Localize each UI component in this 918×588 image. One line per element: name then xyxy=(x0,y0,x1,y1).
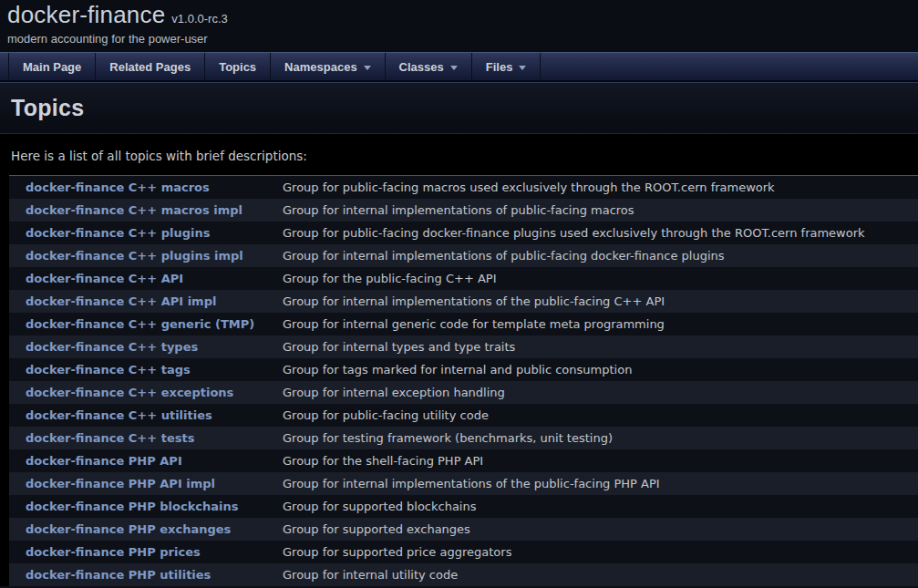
table-row: docker-finance PHP utilitiesGroup for in… xyxy=(9,563,918,586)
topic-entry: docker-finance C++ exceptions xyxy=(9,381,283,404)
topic-entry: docker-finance PHP API impl xyxy=(9,472,283,495)
topic-link[interactable]: docker-finance C++ tests xyxy=(26,431,194,445)
main-nav: Main PageRelated PagesTopicsNamespacesCl… xyxy=(0,52,918,82)
topic-description: Group for the public-facing C++ API xyxy=(283,267,918,290)
topic-description: Group for supported exchanges xyxy=(283,518,918,541)
topic-link[interactable]: docker-finance PHP exchanges xyxy=(26,522,231,536)
topic-description: Group for public-facing utility code xyxy=(283,404,918,427)
topic-description: Group for internal types and type traits xyxy=(283,335,918,358)
topic-link[interactable]: docker-finance C++ tags xyxy=(26,363,191,377)
topic-entry: docker-finance PHP blockchains xyxy=(9,495,283,518)
topic-entry: docker-finance C++ API impl xyxy=(9,290,283,313)
topic-description: Group for supported price aggregators xyxy=(283,541,918,563)
table-row: docker-finance C++ tagsGroup for tags ma… xyxy=(9,358,918,381)
topic-link[interactable]: docker-finance C++ generic (TMP) xyxy=(26,317,254,331)
table-row: docker-finance C++ pluginsGroup for publ… xyxy=(9,222,918,244)
topic-entry: docker-finance PHP exchanges xyxy=(9,518,283,541)
tab-topics[interactable]: Topics xyxy=(205,53,271,80)
topic-link[interactable]: docker-finance C++ utilities xyxy=(26,408,212,422)
table-row: docker-finance PHP exchangesGroup for su… xyxy=(9,518,918,541)
tab-label: Main Page xyxy=(23,60,81,74)
topic-entry: docker-finance PHP prices xyxy=(9,541,283,563)
topic-description: Group for the shell-facing PHP API xyxy=(283,449,918,472)
topic-description: Group for testing framework (benchmarks,… xyxy=(283,427,918,449)
project-title-row: docker-financev1.0.0-rc.3 xyxy=(7,1,918,29)
topics-table: docker-finance C++ macrosGroup for publi… xyxy=(9,175,918,586)
table-row: docker-finance C++ utilitiesGroup for pu… xyxy=(9,404,918,427)
tab-label: Topics xyxy=(219,60,256,74)
topic-entry: docker-finance C++ plugins xyxy=(9,222,283,244)
topic-entry: docker-finance PHP API xyxy=(9,449,283,472)
topic-link[interactable]: docker-finance PHP blockchains xyxy=(26,500,239,513)
table-row: docker-finance C++ plugins implGroup for… xyxy=(9,244,918,267)
table-row: docker-finance C++ macrosGroup for publi… xyxy=(9,176,918,199)
tab-main-page[interactable]: Main Page xyxy=(8,53,96,80)
topic-link[interactable]: docker-finance PHP prices xyxy=(26,545,201,559)
tab-classes[interactable]: Classes xyxy=(386,53,472,80)
topic-link[interactable]: docker-finance C++ macros xyxy=(26,181,210,194)
topic-description: Group for internal exception handling xyxy=(283,381,918,404)
table-row: docker-finance C++ APIGroup for the publ… xyxy=(9,267,918,290)
topic-entry: docker-finance C++ tags xyxy=(9,358,283,381)
topic-link[interactable]: docker-finance C++ API impl xyxy=(26,294,216,308)
project-version: v1.0.0-rc.3 xyxy=(171,12,227,26)
topic-link[interactable]: docker-finance C++ plugins xyxy=(26,226,210,240)
table-row: docker-finance C++ macros implGroup for … xyxy=(9,199,918,222)
tab-label: Classes xyxy=(399,60,444,74)
tab-files[interactable]: Files xyxy=(472,53,542,80)
topic-description: Group for internal utility code xyxy=(283,563,918,586)
topic-description: Group for internal implementations of pu… xyxy=(283,199,918,222)
table-row: docker-finance PHP APIGroup for the shel… xyxy=(9,449,918,472)
topic-link[interactable]: docker-finance C++ macros impl xyxy=(26,203,242,217)
tab-namespaces[interactable]: Namespaces xyxy=(271,53,386,80)
topic-entry: docker-finance C++ utilities xyxy=(9,404,283,427)
table-row: docker-finance PHP API implGroup for int… xyxy=(9,472,918,495)
topic-description: Group for tags marked for internal and p… xyxy=(283,358,918,381)
topic-entry: docker-finance C++ macros xyxy=(9,176,283,199)
topic-description: Group for supported blockchains xyxy=(283,495,918,518)
table-row: docker-finance PHP blockchainsGroup for … xyxy=(9,495,918,518)
project-name: docker-finance xyxy=(7,1,165,28)
chevron-down-icon xyxy=(450,66,458,70)
table-row: docker-finance PHP pricesGroup for suppo… xyxy=(9,541,918,563)
page-header: Topics xyxy=(0,82,918,134)
table-row: docker-finance C++ generic (TMP)Group fo… xyxy=(9,313,918,335)
topic-description: Group for internal implementations of pu… xyxy=(283,244,918,267)
page-title: Topics xyxy=(11,95,85,121)
contents: Here is a list of all topics with brief … xyxy=(0,134,918,588)
tab-related-pages[interactable]: Related Pages xyxy=(96,53,205,80)
topic-link[interactable]: docker-finance C++ exceptions xyxy=(26,386,233,399)
table-row: docker-finance C++ testsGroup for testin… xyxy=(9,427,918,449)
topic-description: Group for public-facing macros used excl… xyxy=(283,176,918,199)
table-row: docker-finance C++ typesGroup for intern… xyxy=(9,335,918,358)
topic-link[interactable]: docker-finance C++ API xyxy=(26,272,183,285)
doxygen-page: docker-financev1.0.0-rc.3 modern account… xyxy=(0,0,918,588)
tab-label: Related Pages xyxy=(109,60,191,74)
topic-description: Group for internal implementations of th… xyxy=(283,290,918,313)
project-brief: modern accounting for the power-user xyxy=(7,32,918,46)
topic-entry: docker-finance C++ plugins impl xyxy=(9,244,283,267)
tab-list: Main PageRelated PagesTopicsNamespacesCl… xyxy=(0,53,918,80)
table-row: docker-finance C++ exceptionsGroup for i… xyxy=(9,381,918,404)
topic-description: Group for public-facing docker-finance p… xyxy=(283,222,918,244)
topic-link[interactable]: docker-finance C++ types xyxy=(26,340,198,354)
site-header: docker-financev1.0.0-rc.3 modern account… xyxy=(0,0,918,52)
tab-label: Namespaces xyxy=(284,60,357,74)
chevron-down-icon xyxy=(364,66,371,70)
topic-description: Group for internal generic code for temp… xyxy=(283,313,918,335)
table-row: docker-finance C++ API implGroup for int… xyxy=(9,290,918,313)
intro-text: Here is a list of all topics with brief … xyxy=(0,134,918,175)
topic-entry: docker-finance PHP utilities xyxy=(9,563,283,586)
topic-entry: docker-finance C++ generic (TMP) xyxy=(9,313,283,335)
topic-link[interactable]: docker-finance PHP API xyxy=(26,454,182,468)
topic-link[interactable]: docker-finance PHP utilities xyxy=(26,568,211,582)
topic-entry: docker-finance C++ types xyxy=(9,335,283,358)
topic-entry: docker-finance C++ API xyxy=(9,267,283,290)
topic-link[interactable]: docker-finance C++ plugins impl xyxy=(26,249,243,263)
topic-entry: docker-finance C++ tests xyxy=(9,427,283,449)
tab-label: Files xyxy=(486,60,513,74)
topic-link[interactable]: docker-finance PHP API impl xyxy=(26,477,215,490)
chevron-down-icon xyxy=(519,66,526,70)
topic-entry: docker-finance C++ macros impl xyxy=(9,199,283,222)
topic-description: Group for internal implementations of th… xyxy=(283,472,918,495)
